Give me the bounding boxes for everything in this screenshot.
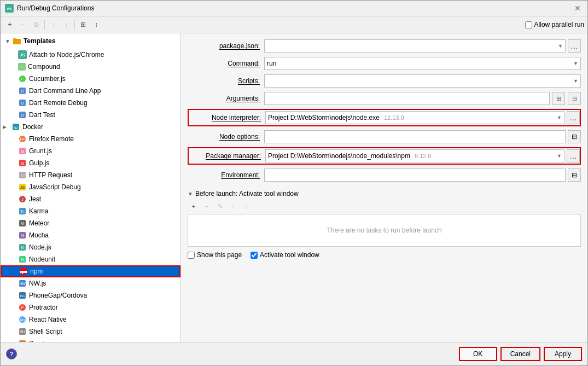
- before-launch-add-button[interactable]: +: [188, 201, 200, 212]
- activate-window-checkbox[interactable]: [251, 252, 258, 259]
- tree-item-firefox[interactable]: FF Firefox Remote: [1, 133, 181, 145]
- tree-item-grunt[interactable]: G Grunt.js: [1, 145, 181, 157]
- tree-item-cucumber[interactable]: C Cucumber.js: [1, 73, 181, 85]
- cancel-button[interactable]: Cancel: [500, 347, 540, 361]
- svg-text:🐋: 🐋: [14, 125, 19, 130]
- firefox-icon: FF: [18, 135, 27, 143]
- tree-item-dart-remote[interactable]: D Dart Remote Debug: [1, 97, 181, 109]
- tree-item-npm[interactable]: npm npm: [1, 265, 181, 277]
- command-row: Command: run ▼: [188, 56, 581, 71]
- package-manager-dropdown[interactable]: Project D:\WebStorm\nodejs\node_modules\…: [265, 149, 564, 162]
- svg-text:G: G: [21, 161, 24, 166]
- show-page-check-row: Show this page: [188, 251, 242, 259]
- apply-button[interactable]: Apply: [544, 347, 582, 361]
- node-interpreter-dropdown[interactable]: Project D:\WebStorm\nodejs\node.exe 12.1…: [265, 111, 564, 124]
- tree-item-nwjs[interactable]: NW NW.js: [1, 277, 181, 289]
- group-button[interactable]: ⊞: [77, 19, 89, 31]
- node-options-expand-button[interactable]: ⊟: [568, 130, 581, 143]
- svg-text:HTTP: HTTP: [19, 174, 26, 177]
- arguments-input[interactable]: [264, 92, 550, 105]
- tree-item-protractor[interactable]: P Protractor: [1, 301, 181, 313]
- move-down-button[interactable]: ↓: [60, 19, 72, 31]
- close-button[interactable]: ✕: [572, 4, 583, 13]
- package-json-dropdown[interactable]: ▼: [264, 39, 566, 53]
- tree-item-jest[interactable]: J Jest: [1, 193, 181, 205]
- tree-item-nodeunit[interactable]: N Nodeunit: [1, 253, 181, 265]
- before-launch-empty-area: There are no tasks to run before launch: [188, 214, 581, 247]
- node-options-control: ⊟: [264, 130, 581, 143]
- before-launch-move-up-button[interactable]: ↑: [227, 201, 239, 212]
- before-launch-move-down-button[interactable]: ↓: [240, 201, 252, 212]
- before-launch-remove-button[interactable]: −: [201, 201, 213, 212]
- show-page-label[interactable]: Show this page: [197, 251, 242, 259]
- svg-text:N: N: [21, 258, 24, 262]
- docker-expand-arrow[interactable]: ▶: [3, 124, 9, 130]
- item-label: PhoneGap/Cordova: [29, 292, 87, 299]
- window-title: Run/Debug Configurations: [17, 4, 94, 12]
- environment-input[interactable]: [264, 169, 566, 182]
- arguments-expand-button[interactable]: ⊞: [552, 92, 565, 105]
- node-interpreter-browse-button[interactable]: …: [567, 111, 580, 124]
- tree-item-mocha[interactable]: M Mocha: [1, 229, 181, 241]
- command-dropdown[interactable]: run ▼: [264, 57, 581, 70]
- tree-item-meteor[interactable]: M Meteor: [1, 217, 181, 229]
- copy-button[interactable]: ⧉: [30, 19, 42, 31]
- scripts-row: Scripts: ▼: [188, 74, 581, 88]
- tree-item-attach-nodejs[interactable]: JS Attach to Node.js/Chrome: [1, 49, 181, 61]
- tree-item-karma[interactable]: K Karma: [1, 205, 181, 217]
- item-label: HTTP Request: [29, 171, 72, 179]
- activate-window-label[interactable]: Activate tool window: [260, 251, 319, 259]
- tree-item-reactnative[interactable]: RN React Native: [1, 313, 181, 326]
- tree-item-shell[interactable]: SH Shell Script: [1, 326, 181, 338]
- tree-item-nodejs[interactable]: N Node.js: [1, 241, 181, 253]
- right-panel: package.json: ▼ … Command: run: [181, 33, 587, 342]
- phonegap-icon: PG: [18, 291, 27, 300]
- tree-item-docker[interactable]: ▶ 🐋 Docker: [1, 121, 181, 133]
- package-manager-browse-button[interactable]: …: [567, 149, 580, 162]
- item-label: Attach to Node.js/Chrome: [29, 51, 104, 59]
- item-label: JavaScript Debug: [29, 183, 81, 191]
- tree-item-dart-test[interactable]: D Dart Test: [1, 109, 181, 121]
- show-page-checkbox[interactable]: [188, 252, 195, 259]
- parallel-label[interactable]: Allow parallel run: [534, 21, 584, 28]
- move-up-button[interactable]: ↑: [47, 19, 59, 31]
- dropdown-arrow-icon: ▼: [557, 115, 562, 120]
- item-label: Node.js: [29, 243, 51, 251]
- scripts-label: Scripts:: [188, 77, 264, 85]
- ok-button[interactable]: OK: [459, 347, 497, 361]
- before-launch-collapse-arrow[interactable]: ▼: [188, 191, 193, 197]
- tree-item-http[interactable]: HTTP HTTP Request: [1, 169, 181, 181]
- parallel-checkbox[interactable]: [525, 21, 532, 28]
- tree-item-compound[interactable]: + Compound: [1, 61, 181, 73]
- footer: ? OK Cancel Apply: [1, 342, 587, 365]
- command-label: Command:: [188, 60, 264, 67]
- arguments-shrink-button[interactable]: ⊟: [568, 92, 581, 105]
- node-options-input[interactable]: [264, 130, 566, 143]
- environment-expand-button[interactable]: ⊟: [568, 169, 581, 182]
- dart-remote-icon: D: [18, 98, 27, 107]
- scripts-dropdown[interactable]: ▼: [264, 74, 581, 88]
- package-json-browse-button[interactable]: …: [568, 39, 581, 53]
- environment-row: Environment: ⊟: [188, 168, 581, 182]
- expand-templates-arrow[interactable]: ▼: [5, 38, 10, 44]
- remove-button[interactable]: −: [17, 19, 29, 31]
- tree-section-header: ▼ Templates: [1, 33, 181, 49]
- item-label: Mocha: [29, 231, 49, 239]
- svg-text:M: M: [21, 222, 24, 225]
- item-label: Docker: [22, 123, 43, 131]
- help-button[interactable]: ?: [6, 348, 17, 359]
- toolbar-separator-2: [74, 20, 75, 30]
- before-launch-edit-button[interactable]: ✎: [214, 201, 226, 212]
- add-button[interactable]: +: [4, 19, 16, 31]
- tree-item-gulp[interactable]: G Gulp.js: [1, 157, 181, 169]
- sort-button[interactable]: ↕: [90, 19, 102, 31]
- meteor-icon: M: [18, 219, 27, 228]
- tree-item-dart-cmdline[interactable]: D Dart Command Line App: [1, 85, 181, 97]
- dart-test-icon: D: [18, 111, 27, 119]
- activate-window-check-row: Activate tool window: [251, 251, 319, 259]
- tree-item-spyjs[interactable]: S Spy-js: [1, 338, 181, 342]
- dropdown-arrow-icon: ▼: [558, 43, 563, 49]
- npm-icon: npm: [19, 267, 28, 276]
- tree-item-jsdebug[interactable]: JS JavaScript Debug: [1, 181, 181, 193]
- tree-item-phonegap[interactable]: PG PhoneGap/Cordova: [1, 289, 181, 301]
